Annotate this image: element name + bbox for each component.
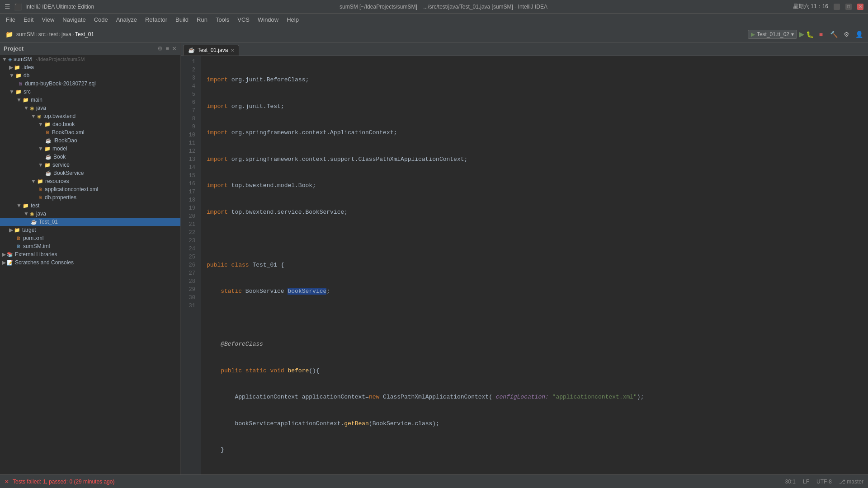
tree-item-java-main[interactable]: ▼ ◉ java (0, 104, 180, 112)
sidebar-actions: ⚙ ≡ ✕ (157, 45, 177, 52)
menu-build[interactable]: Build (172, 15, 192, 24)
breadcrumb-root: sumSM (16, 31, 35, 38)
tree-item-db[interactable]: ▼ 📁 db (0, 71, 180, 80)
close-icon[interactable]: ✕ (172, 45, 177, 52)
tree-item-BookDao-xml[interactable]: 🗎 BookDao.xml (0, 128, 180, 136)
code-line-2: import org.junit.Test; (207, 102, 863, 111)
status-text: Tests failed: 1, passed: 0 (29 minutes a… (13, 479, 114, 485)
main-layout: Project ⚙ ≡ ✕ ▼ ◈ sumSM ~/IdeaProjects/s… (0, 42, 868, 474)
expand-icon: ▼ (24, 211, 29, 217)
menu-vcs[interactable]: VCS (234, 15, 253, 24)
expand-icon: ▶ (2, 259, 6, 266)
code-editor[interactable]: 1 2 3 4 5 6 7 8 9 10 11 12 13 14 15 16 1… (181, 56, 868, 474)
menu-code[interactable]: Code (90, 15, 112, 24)
tree-item-top-bwextend[interactable]: ▼ ◉ top.bwextend (0, 112, 180, 120)
breadcrumb-file: Test_01 (75, 31, 94, 38)
xml-icon: 🗎 (16, 235, 21, 241)
tree-item-test[interactable]: ▼ 📁 test (0, 202, 180, 210)
code-line-4: import org.springframework.context.suppo… (207, 155, 863, 164)
code-line-15: } (207, 446, 863, 455)
project-icon[interactable]: 📁 (4, 29, 14, 40)
menu-tools[interactable]: Tools (212, 15, 233, 24)
tree-item-main[interactable]: ▼ 📁 main (0, 96, 180, 104)
sidebar-header: Project ⚙ ≡ ✕ (0, 42, 180, 55)
menu-file[interactable]: File (2, 15, 19, 24)
menu-window[interactable]: Window (254, 15, 282, 24)
expand-icon[interactable]: ≡ (165, 45, 169, 52)
tree-item-dao-book[interactable]: ▼ 📁 dao.book (0, 120, 180, 128)
tree-item-idea[interactable]: ▶ 📁 .idea (0, 63, 180, 71)
java-icon: ☕ (31, 219, 37, 225)
tree-item-java-test[interactable]: ▼ ◉ java (0, 210, 180, 218)
breadcrumb-test: test (49, 31, 58, 38)
status-icon: ✕ (5, 479, 9, 485)
menu-refactor[interactable]: Refactor (142, 15, 171, 24)
run-config-selector[interactable]: ▶ Test_01.tt_02 ▾ (748, 30, 797, 39)
git-branch: ⎇ master (839, 479, 863, 485)
minimize-button[interactable]: — (834, 4, 840, 10)
menu-run[interactable]: Run (193, 15, 211, 24)
tree-path: ~/IdeaProjects/sumSM (35, 56, 85, 62)
tree-item-resources[interactable]: ▼ 📁 resources (0, 177, 180, 185)
tree-item-external-libs[interactable]: ▶ 📚 External Libraries (0, 250, 180, 258)
expand-icon: ▼ (31, 113, 36, 119)
menu-icon[interactable]: ☰ (5, 3, 10, 10)
stop-button[interactable]: ■ (816, 29, 826, 40)
folder-icon: 📁 (44, 162, 51, 168)
package-icon: ◉ (37, 113, 42, 119)
tree-item-IBookDao[interactable]: ☕ IBookDao (0, 136, 180, 145)
maximize-button[interactable]: □ (845, 4, 852, 10)
close-button[interactable]: ✕ (857, 4, 863, 10)
tab-label: Test_01.java (198, 47, 228, 53)
tree-item-Book[interactable]: ☕ Book (0, 153, 180, 161)
java-icon: ☕ (45, 170, 52, 176)
status-bar: ✕ Tests failed: 1, passed: 0 (29 minutes… (0, 474, 868, 488)
tree-item-target[interactable]: ▶ 📁 target (0, 226, 180, 234)
tree-item-Test01[interactable]: ☕ Test_01 (0, 218, 180, 226)
build-button[interactable]: 🔨 (828, 29, 839, 40)
tree-item-sumSM-iml[interactable]: 🗎 sumSM.iml (0, 242, 180, 250)
menu-navigate[interactable]: Navigate (59, 15, 89, 24)
expand-icon: ▼ (38, 145, 43, 152)
tree-item-pom-xml[interactable]: 🗎 pom.xml (0, 234, 180, 242)
tree-label: service (52, 162, 70, 168)
settings-icon[interactable]: ⚙ (157, 45, 163, 52)
tree-label: sumSM.iml (23, 243, 50, 249)
tree-item-sumSM[interactable]: ▼ ◈ sumSM ~/IdeaProjects/sumSM (0, 55, 180, 63)
tree-item-dump-buyBook[interactable]: 🗎 dump-buyBook-20180727.sql (0, 80, 180, 88)
tree-label: BookDao.xml (52, 129, 84, 136)
line-separator: LF (803, 479, 809, 485)
tree-item-BookService[interactable]: ☕ BookService (0, 169, 180, 177)
tree-item-appcontext-xml[interactable]: 🗎 applicationcontext.xml (0, 185, 180, 193)
tree-item-scratches[interactable]: ▶ 📝 Scratches and Consoles (0, 258, 180, 267)
profile-button[interactable]: 👤 (854, 29, 864, 40)
line-numbers: 1 2 3 4 5 6 7 8 9 10 11 12 13 14 15 16 1… (181, 56, 201, 474)
expand-icon: ▼ (9, 72, 14, 79)
tree-label: target (22, 227, 36, 233)
tree-label: External Libraries (15, 251, 57, 258)
folder-icon: 📁 (14, 227, 20, 233)
menu-edit[interactable]: Edit (20, 15, 37, 24)
tree-item-model[interactable]: ▼ 📁 model (0, 145, 180, 153)
tree-item-service[interactable]: ▼ 📁 service (0, 161, 180, 169)
tree-label: top.bwextend (43, 113, 75, 119)
folder-icon: 📁 (15, 89, 22, 95)
code-line-12: public static void before(){ (207, 366, 863, 375)
tree-label: resources (45, 178, 69, 184)
tree-item-db-properties[interactable]: 🗎 db.properties (0, 193, 180, 202)
expand-icon: ▼ (9, 89, 14, 95)
menu-help[interactable]: Help (283, 15, 302, 24)
title-bar-right: 星期六 11：16 — □ ✕ (793, 3, 863, 10)
cursor-position: 30:1 (785, 479, 796, 485)
tab-close-button[interactable]: ✕ (231, 48, 234, 53)
package-icon: ◉ (30, 211, 34, 217)
tab-Test01[interactable]: ☕ Test_01.java ✕ (183, 45, 239, 56)
debug-button[interactable]: 🐛 (806, 31, 814, 38)
menu-analyze[interactable]: Analyze (113, 15, 141, 24)
breadcrumb-src: src (38, 31, 46, 38)
tree-item-src[interactable]: ▼ 📁 src (0, 88, 180, 96)
code-content[interactable]: import org.junit.BeforeClass; import org… (201, 56, 868, 474)
menu-view[interactable]: View (38, 15, 58, 24)
run-button[interactable]: ▶ (799, 30, 804, 38)
settings-button[interactable]: ⚙ (841, 29, 852, 40)
